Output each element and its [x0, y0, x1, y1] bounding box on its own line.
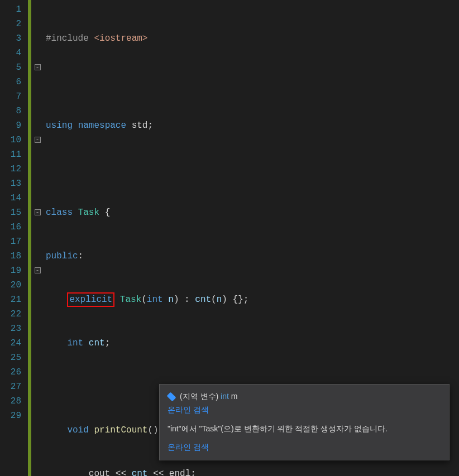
preprocessor: #include: [46, 33, 89, 44]
line-number: 22: [3, 307, 21, 321]
punct: ;: [105, 338, 111, 348]
line-number: 28: [3, 394, 21, 408]
member: cnt: [195, 295, 211, 305]
line-number: 5: [3, 60, 21, 75]
member: cnt: [132, 469, 148, 476]
line-number: 6: [3, 75, 21, 89]
line-number: 9: [3, 118, 21, 133]
punct: :: [78, 251, 84, 261]
line-number: 14: [3, 191, 21, 205]
line-number: 20: [3, 278, 21, 292]
line-number: 27: [3, 379, 21, 394]
fold-toggle[interactable]: -: [35, 137, 41, 143]
punct: :: [179, 295, 195, 305]
line-number: 18: [3, 249, 21, 263]
param: n: [217, 295, 222, 305]
tooltip-type: int: [221, 392, 229, 401]
type: Task: [78, 208, 99, 218]
line-number: 15: [3, 205, 21, 220]
line-number: 12: [3, 162, 21, 176]
line-number: 16: [3, 220, 21, 234]
error-tooltip: (지역 변수) int m 온라인 검색 "int"에서 "Task"(으)로 …: [159, 384, 450, 460]
tooltip-error-message: "int"에서 "Task"(으)로 변환하기 위한 적절한 생성자가 없습니다…: [168, 422, 441, 436]
punct: (: [211, 295, 217, 305]
line-number: 13: [3, 176, 21, 191]
code-line[interactable]: cout << cnt << endl;: [46, 467, 459, 476]
line-number: 26: [3, 365, 21, 379]
code-line[interactable]: int cnt;: [46, 336, 459, 350]
include-path: <iostream>: [94, 33, 147, 44]
line-number: 23: [3, 321, 21, 336]
punct: ;: [190, 469, 196, 476]
code-line[interactable]: using namespace std;: [46, 118, 459, 133]
punct: {: [99, 208, 110, 218]
fold-gutter: - - - -: [31, 0, 44, 476]
line-number: 19: [3, 263, 21, 278]
punct: ): [222, 295, 227, 305]
fold-toggle[interactable]: -: [35, 209, 41, 215]
line-number: 3: [3, 31, 21, 46]
line-number: 11: [3, 147, 21, 162]
punct: (): [147, 425, 158, 435]
fold-toggle[interactable]: -: [35, 64, 41, 70]
code-line[interactable]: [46, 75, 459, 89]
keyword: int: [147, 295, 163, 305]
keyword: public: [46, 251, 78, 261]
punct: (: [141, 295, 147, 305]
punct: ;: [147, 121, 153, 131]
line-number: 2: [3, 17, 21, 31]
identifier: cout: [89, 469, 110, 476]
code-line[interactable]: #include <iostream>: [46, 31, 459, 46]
keyword: explicit: [69, 295, 112, 305]
keyword: class: [46, 208, 73, 218]
line-number: 8: [3, 104, 21, 118]
variable-icon: [167, 392, 176, 401]
keyword: void: [67, 425, 88, 435]
line-number: 4: [3, 46, 21, 60]
identifier: endl: [169, 469, 190, 476]
online-search-link[interactable]: 온라인 검색: [168, 403, 441, 417]
constructor: Task: [120, 295, 141, 305]
line-number: 7: [3, 89, 21, 104]
line-number: 24: [3, 336, 21, 350]
tooltip-kind-label: (지역 변수): [180, 392, 221, 401]
line-number: 17: [3, 234, 21, 249]
code-line[interactable]: explicit Task(int n) : cnt(n) {};: [46, 292, 459, 307]
highlight-box: explicit: [67, 292, 114, 307]
line-number-gutter: 1 2 3 4 5 6 7 8 9 10 11 12 13 14 15 16 1…: [0, 0, 28, 476]
operator: <<: [147, 469, 169, 476]
online-search-link[interactable]: 온라인 검색: [168, 441, 441, 454]
line-number: 25: [3, 350, 21, 365]
param: n: [168, 295, 174, 305]
code-line[interactable]: class Task {: [46, 205, 459, 220]
operator: <<: [110, 469, 131, 476]
line-number: 29: [3, 408, 21, 423]
keyword: using: [46, 121, 73, 131]
punct: {};: [227, 295, 248, 305]
tooltip-signature: (지역 변수) int m: [168, 390, 441, 403]
line-number: 1: [3, 2, 21, 17]
keyword: namespace: [78, 121, 126, 131]
fold-toggle[interactable]: -: [35, 267, 41, 273]
identifier: std: [132, 121, 148, 131]
member: cnt: [89, 338, 105, 348]
line-number: 10: [3, 133, 21, 147]
tooltip-var: m: [229, 392, 238, 401]
code-line[interactable]: public:: [46, 249, 459, 263]
function: printCount: [94, 425, 147, 435]
code-line[interactable]: [46, 162, 459, 176]
line-number: 21: [3, 292, 21, 307]
keyword: int: [67, 338, 83, 348]
